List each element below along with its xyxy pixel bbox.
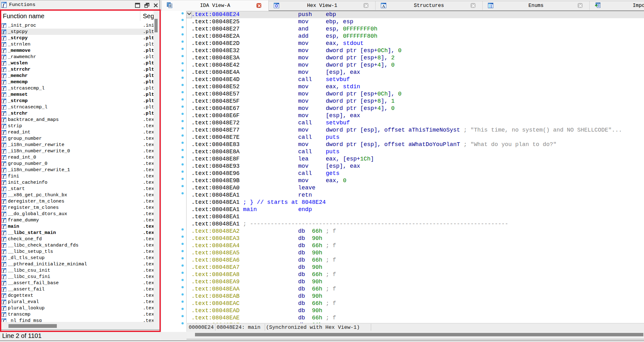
svg-text:A: A bbox=[382, 4, 385, 8]
